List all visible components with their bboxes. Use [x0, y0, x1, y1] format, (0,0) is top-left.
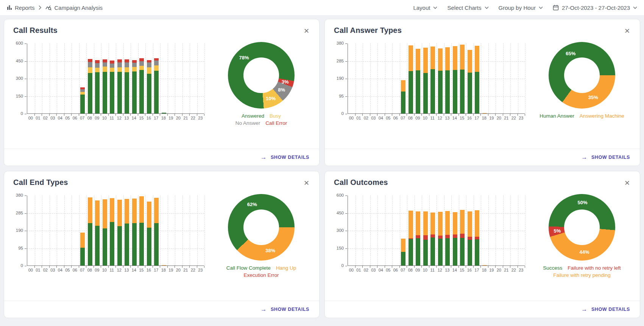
call-answer-types-donut-chart: 35%65%: [549, 42, 615, 109]
donut-slice-label: 10%: [266, 95, 276, 101]
donut-slice-label: 78%: [239, 54, 249, 60]
chart-legend: Human AnswerAnswering Machine: [540, 112, 624, 120]
chevron-down-icon: [539, 6, 543, 9]
close-icon[interactable]: ✕: [302, 26, 311, 36]
card-call-results: Call Results ✕ 0150300450600000102030405…: [4, 19, 320, 166]
donut-slice-label: 5%: [554, 228, 561, 233]
chevron-down-icon: [433, 6, 437, 9]
legend-item[interactable]: Failure with no retry left: [568, 264, 621, 272]
show-details-button[interactable]: → SHOW DETAILS: [260, 306, 309, 313]
call-end-types-bar-chart: 0951902853800001020304050607080910111213…: [11, 191, 209, 274]
breadcrumb-page-label: Campaign Analysis: [55, 5, 103, 11]
close-icon[interactable]: ✕: [623, 26, 632, 36]
show-details-button[interactable]: → SHOW DETAILS: [581, 154, 630, 161]
donut-slice-label: 35%: [588, 95, 598, 100]
legend-item[interactable]: Call Error: [265, 120, 287, 127]
legend-item[interactable]: No Answer: [235, 120, 260, 127]
bar-chart-icon: [7, 5, 12, 10]
toolbar-controls: Layout Select Charts Group by Hour: [413, 5, 637, 11]
arrow-right-icon: →: [260, 306, 267, 313]
breadcrumb: Reports Campaign Analysis: [7, 5, 103, 11]
chevron-down-icon: [633, 6, 637, 9]
donut-slice-label: 62%: [247, 202, 257, 207]
calendar-icon: [553, 5, 559, 11]
call-results-bar-chart: 0150300450600000102030405060708091011121…: [11, 39, 209, 122]
call-outcomes-bar-chart: 0150300450600000102030405060708091011121…: [332, 191, 529, 274]
legend-item[interactable]: Hang Up: [276, 264, 296, 272]
group-by-dropdown[interactable]: Group by Hour: [499, 5, 543, 11]
card-title: Call Outcomes: [334, 178, 388, 187]
show-details-label: SHOW DETAILS: [271, 307, 309, 312]
breadcrumb-reports[interactable]: Reports: [7, 5, 35, 11]
donut-slice-label: 44%: [580, 249, 589, 255]
show-details-label: SHOW DETAILS: [591, 307, 630, 312]
card-title: Call End Types: [13, 178, 68, 187]
legend-item[interactable]: Call Flow Complete: [226, 264, 271, 272]
arrow-right-icon: →: [581, 154, 588, 161]
select-charts-label: Select Charts: [447, 5, 481, 11]
legend-item[interactable]: Busy: [270, 112, 281, 120]
card-call-end-types: Call End Types ✕ 09519028538000010203040…: [4, 171, 320, 318]
card-title: Call Answer Types: [334, 26, 402, 35]
layout-dropdown-label: Layout: [413, 5, 430, 11]
show-details-button[interactable]: → SHOW DETAILS: [260, 154, 309, 161]
chart-legend: Call Flow CompleteHang UpExecution Error: [226, 264, 296, 279]
show-details-button[interactable]: → SHOW DETAILS: [581, 306, 630, 313]
close-icon[interactable]: ✕: [623, 178, 632, 188]
legend-item[interactable]: Answering Machine: [580, 112, 624, 120]
chevron-down-icon: [485, 6, 489, 9]
legend-item[interactable]: Execution Error: [243, 272, 279, 279]
donut-slice-label: 38%: [265, 247, 275, 253]
breadcrumb-campaign-analysis: Campaign Analysis: [45, 5, 103, 11]
donut-slice-label: 3%: [282, 79, 289, 85]
call-outcomes-donut-chart: 44%5%50%: [549, 194, 615, 261]
legend-item[interactable]: Failure with retry pending: [553, 272, 611, 279]
top-bar: Reports Campaign Analysis Layout Select …: [0, 0, 644, 15]
show-details-label: SHOW DETAILS: [591, 155, 630, 160]
chart-legend: AnsweredBusyNo AnswerCall Error: [235, 112, 287, 127]
card-call-outcomes: Call Outcomes ✕ 015030045060000010203040…: [324, 171, 640, 318]
legend-item[interactable]: Answered: [242, 112, 264, 120]
donut-slice-label: 8%: [278, 87, 285, 92]
card-title: Call Results: [13, 26, 58, 35]
donut-slice-label: 50%: [578, 200, 588, 205]
date-range-picker[interactable]: 27-Oct-2023 - 27-Oct-2023: [553, 5, 637, 11]
arrow-right-icon: →: [260, 154, 267, 161]
call-end-types-donut-chart: 38%62%: [228, 194, 295, 261]
layout-dropdown[interactable]: Layout: [413, 5, 437, 11]
group-by-label: Group by Hour: [499, 5, 536, 11]
select-charts-dropdown[interactable]: Select Charts: [447, 5, 488, 11]
call-results-donut-chart: 3%8%10%78%: [228, 42, 295, 109]
breadcrumb-reports-label: Reports: [15, 5, 35, 11]
legend-item[interactable]: Success: [543, 264, 562, 272]
dashboard-grid: Call Results ✕ 0150300450600000102030405…: [0, 15, 644, 322]
call-answer-types-bar-chart: 0951902853800001020304050607080910111213…: [332, 39, 529, 122]
date-range-label: 27-Oct-2023 - 27-Oct-2023: [562, 5, 630, 11]
chevron-right-icon: [39, 5, 42, 10]
legend-item[interactable]: Human Answer: [540, 112, 574, 120]
show-details-label: SHOW DETAILS: [271, 155, 309, 160]
chart-legend: SuccessFailure with no retry leftFailure…: [543, 264, 621, 279]
card-call-answer-types: Call Answer Types ✕ 09519028538000010203…: [324, 19, 640, 166]
arrow-right-icon: →: [581, 306, 588, 313]
close-icon[interactable]: ✕: [302, 178, 311, 188]
donut-slice-label: 65%: [566, 50, 575, 56]
analysis-chart-icon: [45, 5, 52, 11]
